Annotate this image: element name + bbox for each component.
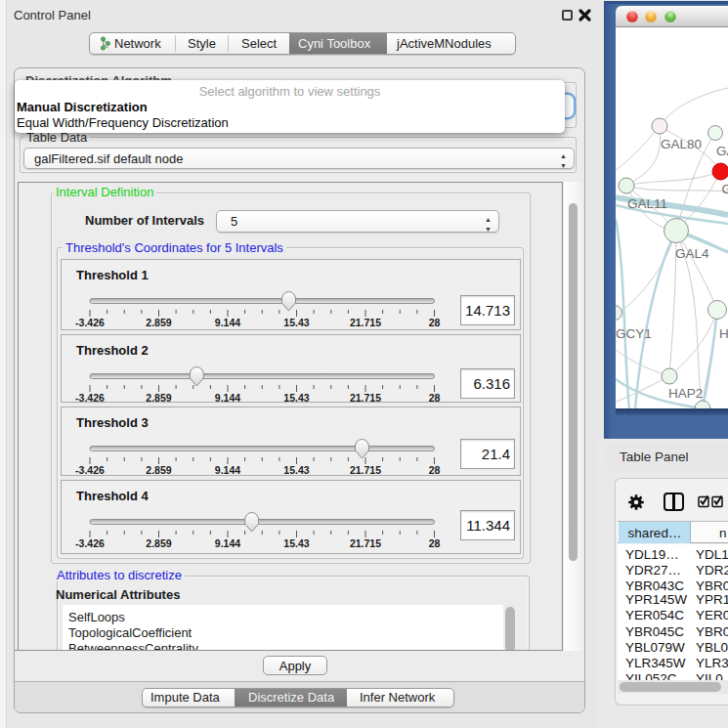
svg-text:-3.426: -3.426 [75, 317, 105, 328]
svg-text:2.859: 2.859 [146, 537, 171, 549]
svg-text:28: 28 [429, 464, 441, 476]
svg-text:15.43: 15.43 [283, 537, 309, 549]
svg-text:GAL11: GAL11 [627, 196, 667, 211]
svg-text:9.144: 9.144 [215, 392, 240, 404]
svg-text:15.43: 15.43 [283, 464, 309, 476]
svg-text:21.715: 21.715 [350, 537, 381, 549]
svg-text:H: H [719, 326, 728, 341]
svg-text:GCY1: GCY1 [616, 326, 652, 341]
svg-text:2.859: 2.859 [146, 392, 171, 404]
svg-text:28: 28 [429, 537, 441, 549]
svg-text:2.859: 2.859 [146, 317, 171, 328]
svg-text:-3.426: -3.426 [75, 537, 105, 549]
svg-text:21.715: 21.715 [350, 464, 381, 476]
svg-text:9.144: 9.144 [215, 537, 240, 549]
svg-text:-3.426: -3.426 [75, 464, 105, 476]
svg-text:2.859: 2.859 [146, 464, 171, 476]
svg-text:-3.426: -3.426 [75, 392, 105, 404]
svg-text:GAL4: GAL4 [675, 246, 709, 261]
svg-text:GA: GA [716, 144, 728, 158]
svg-text:28: 28 [429, 317, 441, 328]
svg-text:15.43: 15.43 [283, 392, 309, 404]
svg-text:21.715: 21.715 [350, 392, 381, 404]
svg-text:9.144: 9.144 [215, 464, 240, 476]
svg-text:15.43: 15.43 [283, 317, 309, 328]
svg-text:GAL80: GAL80 [661, 137, 702, 151]
svg-text:HAP2: HAP2 [668, 386, 703, 401]
svg-text:28: 28 [429, 392, 441, 404]
svg-text:G: G [722, 182, 728, 196]
svg-text:9.144: 9.144 [215, 317, 240, 328]
svg-text:21.715: 21.715 [350, 317, 381, 328]
